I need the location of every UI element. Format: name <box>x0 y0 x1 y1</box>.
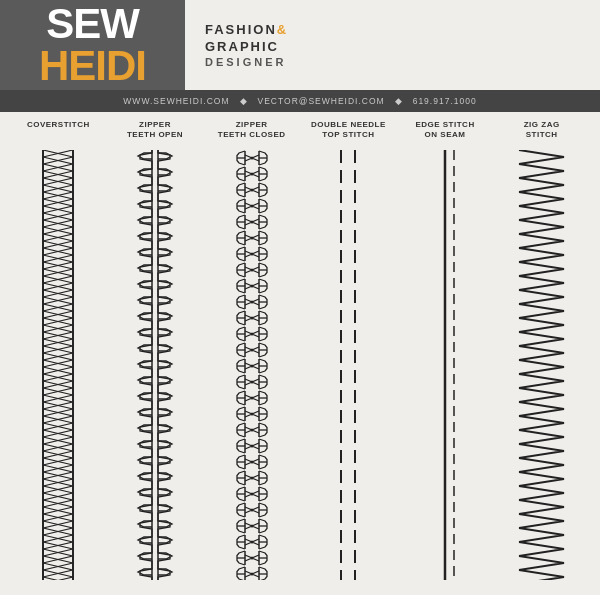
label-double-needle: DOUBLE NEEDLETOP STITCH <box>300 120 397 141</box>
zipper-open-col <box>107 145 204 580</box>
coverstitch-col: // will generate via JS below <box>10 145 107 580</box>
svg-rect-19 <box>514 150 569 580</box>
contact-bar: WWW.SEWHEIDI.COM ◆ VECTOR@SEWHEIDI.COM ◆… <box>0 90 600 112</box>
svg-rect-6 <box>28 150 88 580</box>
edge-stitch-svg <box>430 150 460 580</box>
zipper-open-svg <box>130 150 180 580</box>
coverstitch-svg: // will generate via JS below <box>28 150 88 580</box>
tagline: FASHION& GRAPHIC DESIGNER <box>185 0 600 90</box>
zipper-closed-svg <box>227 150 277 580</box>
logo-sew: SEW <box>39 3 146 45</box>
email: VECTOR@SEWHEIDI.COM <box>258 96 385 106</box>
tagline-top: FASHION& GRAPHIC <box>205 22 580 56</box>
double-needle-svg <box>328 150 368 580</box>
logo-block: SEW HEIDI <box>0 0 185 90</box>
double-needle-col <box>300 145 397 580</box>
tagline-designer: DESIGNER <box>205 56 580 68</box>
label-edge-stitch: EDGE STITCHON SEAM <box>397 120 494 141</box>
tagline-graphic: GRAPHIC <box>205 39 279 54</box>
label-zigzag: ZIG ZAGSTITCH <box>493 120 590 141</box>
logo-heidi: HEIDI <box>39 45 146 87</box>
dot-sep-2: ◆ <box>395 96 403 106</box>
website: WWW.SEWHEIDI.COM <box>123 96 229 106</box>
label-coverstitch: COVERSTITCH <box>10 120 107 130</box>
header: SEW HEIDI FASHION& GRAPHIC DESIGNER <box>0 0 600 90</box>
zipper-closed-col <box>203 145 300 580</box>
edge-stitch-col <box>397 145 494 580</box>
zigzag-svg <box>514 150 569 580</box>
dot-sep-1: ◆ <box>240 96 248 106</box>
tagline-fashion: FASHION <box>205 22 277 37</box>
stitch-labels: COVERSTITCH ZIPPERTEETH OPEN ZIPPERTEETH… <box>0 112 600 145</box>
label-zipper-closed: ZIPPERTEETH CLOSED <box>203 120 300 141</box>
tagline-amp: & <box>277 22 288 37</box>
label-zipper-open: ZIPPERTEETH OPEN <box>107 120 204 141</box>
zigzag-col <box>493 145 590 580</box>
stitch-area: // will generate via JS below <box>0 145 600 585</box>
svg-rect-11 <box>130 150 180 580</box>
phone: 619.917.1000 <box>413 96 477 106</box>
svg-rect-13 <box>227 150 277 580</box>
